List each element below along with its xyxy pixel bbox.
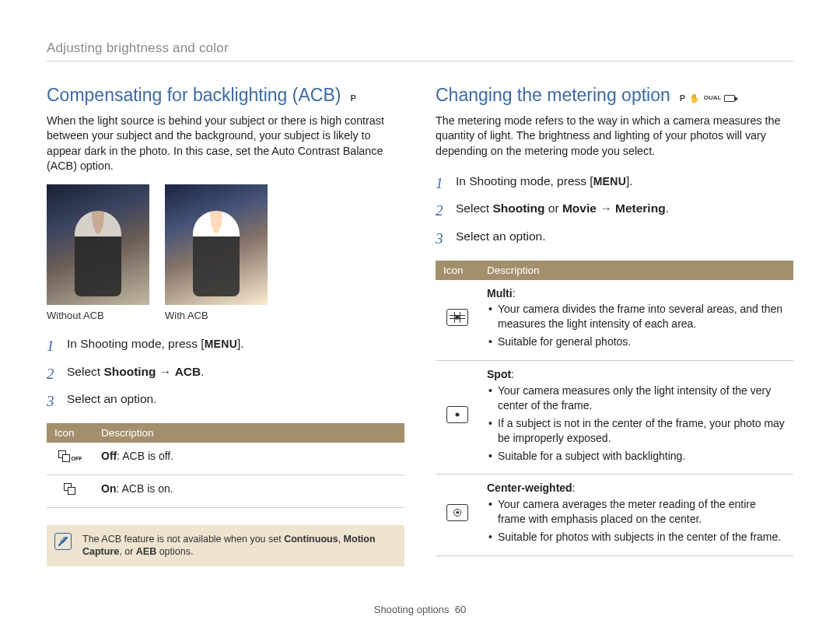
bullet: Suitable for general photos. <box>487 335 786 349</box>
acb-step-1: 1 In Shooting mode, press [MENU]. <box>47 335 404 357</box>
menu-key: MENU <box>593 175 626 187</box>
mode-movie-icon <box>724 95 735 102</box>
photo-with-acb: With ACB <box>165 184 268 321</box>
footer-section: Shooting options <box>374 604 450 615</box>
acb-heading: Compensating for backlighting (ACB) P <box>47 85 404 106</box>
mode-scene-icon: ✋ <box>689 93 701 103</box>
metering-mode-glyphs: P ✋DUAL <box>680 93 736 103</box>
acb-title-text: Compensating for backlighting (ACB) <box>47 85 341 106</box>
bullet: Your camera measures only the light inte… <box>487 384 786 413</box>
acb-off-icon: OFF <box>47 443 93 475</box>
step-text: Select Shooting → ACB. <box>67 363 205 385</box>
t: Shooting <box>492 201 544 215</box>
t: . <box>201 365 204 378</box>
metering-title-text: Changing the metering option <box>436 85 670 106</box>
metering-step-1: 1 In Shooting mode, press [MENU]. <box>436 173 793 194</box>
acb-steps: 1 In Shooting mode, press [MENU]. 2 Sele… <box>47 335 404 412</box>
acb-example-photos: Without ACB With ACB <box>47 184 404 321</box>
t: or <box>545 201 562 215</box>
acb-off-desc: Off: ACB is off. <box>93 443 404 475</box>
page-footer: Shooting options 60 <box>0 604 840 615</box>
step-number: 3 <box>436 228 448 250</box>
arrow-icon: → <box>156 365 175 378</box>
acb-step-2: 2 Select Shooting → ACB. <box>47 363 404 385</box>
caption-with: With ACB <box>165 310 268 321</box>
arrow-icon: → <box>597 201 615 215</box>
metering-center-icon <box>436 475 479 556</box>
step-number: 3 <box>47 391 59 412</box>
bullet: If a subject is not in the center of the… <box>487 416 786 446</box>
caption-without: Without ACB <box>47 310 149 321</box>
metering-heading: Changing the metering option P ✋DUAL <box>436 85 793 106</box>
th-desc: Description <box>479 261 793 280</box>
mode-dual-icon: DUAL <box>704 94 721 101</box>
step-number: 1 <box>436 173 448 194</box>
metering-multi-desc: Multi: Your camera divides the frame int… <box>479 280 793 361</box>
bullet: Your camera divides the frame into sever… <box>487 302 786 331</box>
th-desc: Description <box>93 423 404 443</box>
bullet: Suitable for a subject with backlighting… <box>487 449 786 464</box>
bullet: Suitable for photos with subjects in the… <box>487 530 786 545</box>
mode-p: P <box>680 93 686 103</box>
acb-on-icon <box>47 475 93 507</box>
t: ]. <box>626 174 633 187</box>
metering-step-3: 3 Select an option. <box>436 228 793 250</box>
t: In Shooting mode, press [ <box>67 337 205 350</box>
step-text: In Shooting mode, press [MENU]. <box>67 335 244 357</box>
acb-note: The ACB feature is not available when yo… <box>47 525 404 567</box>
step-text: Select an option. <box>67 391 156 412</box>
bullet: Your camera averages the meter reading o… <box>487 497 786 527</box>
metering-multi-icon <box>436 280 479 361</box>
metering-step-2: 2 Select Shooting or Movie → Metering. <box>436 200 793 222</box>
acb-intro: When the light source is behind your sub… <box>47 114 404 173</box>
table-row: Center-weighted: Your camera averages th… <box>436 475 793 556</box>
note-text: The ACB feature is not available when yo… <box>82 534 376 558</box>
t: ]. <box>237 337 244 350</box>
th-icon: Icon <box>436 261 479 280</box>
t: In Shooting mode, press [ <box>456 174 593 187</box>
footer-page-number: 60 <box>455 604 466 615</box>
metering-spot-desc: Spot: Your camera measures only the ligh… <box>479 361 793 475</box>
acb-options-table: Icon Description OFF Off: ACB is off. On… <box>47 423 404 508</box>
metering-intro: The metering mode refers to the way in w… <box>436 114 793 159</box>
content-columns: Compensating for backlighting (ACB) P Wh… <box>47 85 793 566</box>
sample-photo-dark <box>47 184 149 305</box>
note-icon <box>54 533 72 550</box>
breadcrumb: Adjusting brightness and color <box>47 40 793 61</box>
step-text: In Shooting mode, press [MENU]. <box>456 173 633 194</box>
table-row: Multi: Your camera divides the frame int… <box>436 280 793 361</box>
acb-on-desc: On: ACB is on. <box>93 475 404 507</box>
metering-spot-icon <box>436 361 479 475</box>
table-row: OFF Off: ACB is off. <box>47 443 404 475</box>
step-number: 2 <box>47 363 59 385</box>
sample-photo-bright <box>165 184 268 305</box>
menu-key: MENU <box>205 338 237 350</box>
t: ACB <box>175 365 201 378</box>
t: Shooting <box>103 365 156 378</box>
step-number: 2 <box>436 200 448 222</box>
t: Select <box>456 201 492 215</box>
t: Movie <box>562 201 597 215</box>
photo-without-acb: Without ACB <box>47 184 149 321</box>
acb-step-3: 3 Select an option. <box>47 391 404 412</box>
step-text: Select Shooting or Movie → Metering. <box>456 200 669 222</box>
right-column: Changing the metering option P ✋DUAL The… <box>436 85 793 566</box>
t: Metering <box>615 201 666 215</box>
acb-mode-glyphs: P <box>350 93 356 103</box>
step-number: 1 <box>47 335 59 357</box>
table-row: On: ACB is on. <box>47 475 404 507</box>
th-icon: Icon <box>47 423 93 443</box>
left-column: Compensating for backlighting (ACB) P Wh… <box>47 85 404 566</box>
t: Select <box>67 365 103 378</box>
table-row: Spot: Your camera measures only the ligh… <box>436 361 793 475</box>
t: . <box>666 201 669 215</box>
metering-steps: 1 In Shooting mode, press [MENU]. 2 Sele… <box>436 173 793 250</box>
metering-center-desc: Center-weighted: Your camera averages th… <box>479 475 793 556</box>
metering-options-table: Icon Description Multi: Your camera divi… <box>436 261 793 556</box>
step-text: Select an option. <box>456 228 545 250</box>
